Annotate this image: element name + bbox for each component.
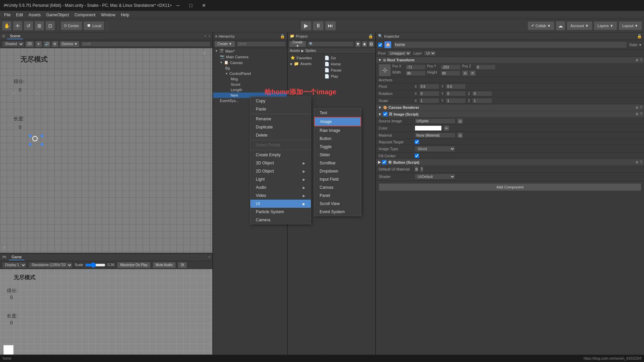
- image-type-dropdown[interactable]: Sliced: [415, 146, 455, 152]
- scale-slider[interactable]: [85, 262, 106, 268]
- sub-ctx-event-system[interactable]: Event System: [314, 208, 361, 216]
- scale-tool-button[interactable]: ⊞: [35, 21, 44, 31]
- ctx-rename[interactable]: Rename: [250, 115, 311, 123]
- minimize-button[interactable]: ─: [172, 1, 184, 9]
- menu-gameobject[interactable]: GameObject: [43, 12, 72, 18]
- rot-x-input[interactable]: [419, 91, 439, 96]
- ctx-copy[interactable]: Copy: [250, 97, 311, 105]
- breadcrumb-assets[interactable]: Assets: [290, 49, 300, 53]
- image-script-enabled[interactable]: [383, 112, 387, 116]
- canvas-renderer-menu[interactable]: ⚙: [636, 106, 639, 109]
- layers-button[interactable]: Layers ▼: [594, 21, 617, 30]
- shader-dropdown[interactable]: UI/Default: [415, 174, 455, 180]
- pause-button[interactable]: ⏸: [313, 21, 324, 31]
- image-script-menu[interactable]: ⚙: [636, 112, 639, 116]
- ctx-camera[interactable]: Camera: [250, 216, 311, 224]
- 2d-mode-button[interactable]: 2D: [25, 41, 34, 47]
- ctx-duplicate[interactable]: Duplicate: [250, 123, 311, 131]
- hand-tool-button[interactable]: ✋: [2, 21, 12, 31]
- play-button[interactable]: ▶: [301, 21, 311, 31]
- pos-z-input[interactable]: [475, 64, 496, 70]
- hierarchy-item-canvas[interactable]: ▼ 📋 Canvas: [213, 60, 287, 65]
- pivot-y-input[interactable]: [446, 84, 466, 89]
- pivot-x-input[interactable]: [419, 84, 439, 89]
- scale-y-input[interactable]: [446, 98, 466, 103]
- color-picker-button[interactable]: ✏: [444, 125, 449, 131]
- home-item[interactable]: 📄 Home: [323, 61, 374, 67]
- ctx-3d-object[interactable]: 3D Object ▶: [250, 159, 311, 167]
- pos-x-input[interactable]: [405, 64, 426, 70]
- mute-audio-button[interactable]: Mute Audio: [153, 262, 176, 268]
- rect-transform-menu[interactable]: ⚙: [636, 58, 639, 62]
- maximize-play-button[interactable]: Maximize On Play: [117, 262, 151, 268]
- button-script-help[interactable]: ?: [640, 160, 642, 164]
- pause-item[interactable]: 📄 Pause: [323, 67, 374, 73]
- maximize-button[interactable]: □: [185, 1, 197, 9]
- image-script-header[interactable]: ▼ 🖼 Image (Script) ⚙ ?: [376, 111, 644, 118]
- project-create-button[interactable]: Create ▼: [289, 41, 306, 47]
- resolution-dropdown[interactable]: Standalone (1280x720): [29, 262, 73, 268]
- game-tab[interactable]: Game: [9, 254, 24, 260]
- sub-ctx-raw-image[interactable]: Raw Image: [314, 126, 361, 135]
- ctx-ui[interactable]: UI ▶: [250, 200, 311, 208]
- tag-dropdown[interactable]: Untagged: [387, 51, 411, 56]
- button-script-menu[interactable]: ⚙: [636, 160, 639, 164]
- scene-search-input[interactable]: [81, 41, 210, 47]
- object-name-input[interactable]: [393, 41, 627, 48]
- raycast-checkbox[interactable]: [415, 140, 419, 144]
- favorites-item[interactable]: ⭐ Favorites: [289, 55, 320, 61]
- scale-x-input[interactable]: [419, 98, 439, 103]
- ctx-light[interactable]: Light ▶: [250, 175, 311, 183]
- sub-ctx-toggle[interactable]: Toggle: [314, 143, 361, 151]
- rect-tool-button[interactable]: ⊡: [45, 21, 55, 31]
- layout-button[interactable]: Layout ▼: [619, 21, 642, 30]
- hierarchy-item-main-camera[interactable]: 📷 Main Camera: [213, 54, 287, 60]
- hierarchy-item-score[interactable]: Score: [213, 82, 287, 87]
- project-settings-button[interactable]: ⚙: [368, 41, 374, 47]
- menu-component[interactable]: Component: [72, 12, 98, 18]
- material-extra-button[interactable]: ?: [420, 166, 423, 172]
- hierarchy-search-input[interactable]: [236, 41, 286, 47]
- rot-y-input[interactable]: [446, 91, 466, 96]
- go-item[interactable]: 📄 Go: [323, 55, 374, 61]
- anchors-widget[interactable]: ⊹: [379, 64, 391, 76]
- material-input[interactable]: [415, 133, 455, 138]
- menu-window[interactable]: Window: [98, 12, 118, 18]
- button-script-enabled[interactable]: [382, 160, 386, 164]
- constraint-button[interactable]: ⊟: [462, 71, 468, 76]
- close-button[interactable]: ✕: [198, 1, 210, 9]
- sub-ctx-image[interactable]: Image: [314, 117, 361, 126]
- gizmos-button[interactable]: Gizmos ▼: [60, 41, 80, 47]
- source-image-select[interactable]: ◎: [457, 118, 463, 124]
- width-input[interactable]: [405, 71, 426, 76]
- sub-ctx-scrollbar[interactable]: Scrollbar: [314, 159, 361, 167]
- hierarchy-item-bg[interactable]: Bg: [213, 65, 287, 71]
- add-component-button[interactable]: Add Component: [379, 183, 641, 191]
- ctx-2d-object[interactable]: 2D Object ▶: [250, 167, 311, 175]
- sub-ctx-input-field[interactable]: Input Field: [314, 175, 361, 183]
- r-button[interactable]: R: [470, 71, 476, 76]
- ctx-paste[interactable]: Paste: [250, 105, 311, 113]
- step-button[interactable]: ⏭: [325, 21, 336, 31]
- sub-ctx-scroll-view[interactable]: Scroll View: [314, 200, 361, 208]
- project-search-input[interactable]: [307, 41, 354, 47]
- cloud-button[interactable]: ☁: [556, 21, 565, 31]
- ctx-create-empty[interactable]: Create Empty: [250, 151, 311, 159]
- height-input[interactable]: [440, 71, 461, 76]
- color-swatch[interactable]: [415, 125, 442, 131]
- ctx-delete[interactable]: Delete: [250, 131, 311, 139]
- material-select[interactable]: ◎: [457, 133, 463, 138]
- sub-ctx-slider[interactable]: Slider: [314, 151, 361, 159]
- ctx-particle[interactable]: Particle System: [250, 208, 311, 216]
- sub-ctx-button[interactable]: Button: [314, 135, 361, 143]
- center-button[interactable]: ⊙ Center: [61, 21, 82, 30]
- play-item[interactable]: 📄 Play: [323, 73, 374, 79]
- stats-button[interactable]: St: [178, 262, 187, 268]
- audio-toggle[interactable]: 🔊: [43, 41, 50, 47]
- pos-y-input[interactable]: [440, 64, 461, 70]
- scale-z-input[interactable]: [472, 98, 492, 103]
- shading-dropdown[interactable]: Shaded: [2, 41, 24, 47]
- assets-folder-item[interactable]: ▶ 📁 Assets: [289, 61, 320, 67]
- scene-tab[interactable]: Scene: [7, 33, 23, 39]
- light-toggle[interactable]: ☀: [35, 41, 42, 47]
